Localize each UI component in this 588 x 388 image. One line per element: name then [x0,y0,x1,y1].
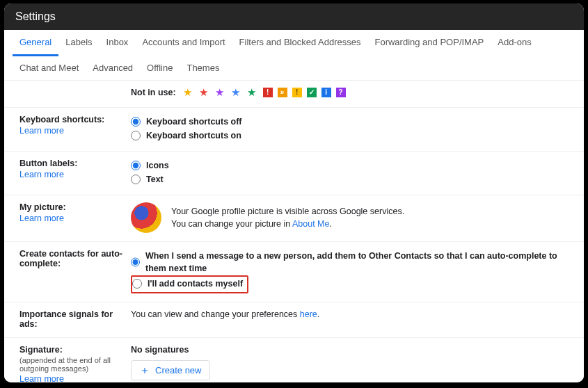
tab-offline[interactable]: Offline [140,56,180,80]
button-labels-text-option[interactable]: Text [131,172,569,186]
tab-inbox[interactable]: Inbox [100,30,136,56]
contacts-self-option[interactable]: I'll add contacts myself [132,277,243,291]
tab-themes[interactable]: Themes [180,56,226,80]
avatar[interactable] [131,202,161,233]
shortcuts-off-label: Keyboard shortcuts off [146,115,242,128]
section-my-picture: My picture: Learn more Your Google profi… [4,195,584,242]
settings-content[interactable]: Not in use: ★ ★ ★ ★ ★ !»!✓i? Keyboard sh… [4,81,584,382]
create-new-button[interactable]: Create new [131,360,210,380]
shortcuts-on-option[interactable]: Keyboard shortcuts on [131,129,569,143]
tab-chat-meet[interactable]: Chat and Meet [13,56,86,80]
section-button-labels: Button labels: Learn more Icons Text [4,152,584,195]
star-badge-icon[interactable]: ? [336,88,346,97]
tabs-bar: General Labels Inbox Accounts and Import… [4,30,584,81]
button-labels-icons-radio[interactable] [131,161,141,170]
signature-none: No signatures [131,345,569,355]
tab-general[interactable]: General [13,30,58,56]
contacts-auto-option[interactable]: When I send a message to a new person, a… [131,249,569,275]
keyboard-shortcuts-learn-more[interactable]: Learn more [19,126,64,136]
create-new-label: Create new [155,365,201,375]
contacts-auto-label: When I send a message to a new person, a… [145,250,569,275]
signature-title: Signature: [19,345,124,355]
shortcuts-off-radio[interactable] [131,117,141,127]
tab-accounts[interactable]: Accounts and Import [135,30,232,56]
star-badges: !»!✓i? [263,88,346,97]
contacts-self-label: I'll add contacts myself [148,277,243,290]
star-badge-icon[interactable]: ✓ [307,88,317,97]
section-signature: Signature: (appended at the end of all o… [4,338,584,382]
picture-line2: You can change your picture in About Me. [171,218,404,230]
page-title: Settings [4,3,584,30]
button-labels-text-radio[interactable] [131,175,141,184]
contacts-auto-radio[interactable] [131,257,140,267]
section-ads: Importance signals for ads: You can view… [4,302,584,338]
signature-learn-more[interactable]: Learn more [19,374,64,382]
button-labels-learn-more[interactable]: Learn more [19,170,64,179]
create-contacts-title: Create contacts for auto-complete: [19,249,124,268]
button-labels-title: Button labels: [19,159,124,168]
section-keyboard-shortcuts: Keyboard shortcuts: Learn more Keyboard … [4,108,584,152]
star-orange-icon[interactable]: ★ [183,86,192,99]
tab-filters[interactable]: Filters and Blocked Addresses [232,30,368,56]
star-badge-icon[interactable]: » [278,88,287,97]
section-create-contacts: Create contacts for auto-complete: When … [4,242,584,302]
picture-line1: Your Google profile picture is visible a… [171,205,404,218]
star-purple-icon[interactable]: ★ [215,86,224,99]
plus-icon [140,366,150,375]
section-stars: Not in use: ★ ★ ★ ★ ★ !»!✓i? [4,81,584,108]
signature-sub: (appended at the end of all outgoing mes… [19,356,124,373]
tab-forwarding[interactable]: Forwarding and POP/IMAP [367,30,491,56]
my-picture-title: My picture: [19,202,124,212]
tab-advanced[interactable]: Advanced [86,56,140,80]
button-labels-icons-option[interactable]: Icons [131,159,569,172]
shortcuts-on-label: Keyboard shortcuts on [146,129,241,142]
tab-addons[interactable]: Add-ons [491,30,538,56]
ads-here-link[interactable]: here [300,309,317,319]
star-badge-icon[interactable]: ! [292,88,302,97]
my-picture-learn-more[interactable]: Learn more [19,213,64,223]
keyboard-shortcuts-title: Keyboard shortcuts: [19,115,124,124]
button-labels-text-label: Text [146,173,164,186]
stars-not-in-use-label: Not in use: [131,88,176,97]
tab-labels[interactable]: Labels [58,30,99,56]
ads-text: You can view and change your preferences… [131,309,319,319]
ads-title: Importance signals for ads: [19,309,124,329]
star-red-icon[interactable]: ★ [199,86,208,99]
button-labels-icons-label: Icons [146,159,169,172]
star-badge-icon[interactable]: i [321,88,331,97]
settings-window: Settings General Labels Inbox Accounts a… [4,3,584,382]
star-blue-icon[interactable]: ★ [231,86,240,99]
shortcuts-on-radio[interactable] [131,131,141,140]
contacts-self-highlight: I'll add contacts myself [131,275,248,293]
contacts-self-radio[interactable] [132,279,142,289]
about-me-link[interactable]: About Me [292,219,330,229]
star-green-icon[interactable]: ★ [247,86,256,99]
shortcuts-off-option[interactable]: Keyboard shortcuts off [131,115,569,129]
star-badge-icon[interactable]: ! [263,88,273,97]
